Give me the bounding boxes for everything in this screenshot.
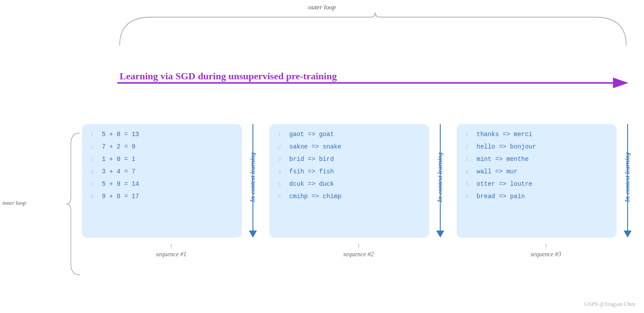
icl-arrowhead (624, 231, 632, 238)
icl-text: In-context learning (437, 124, 444, 231)
seq-val: 7 + 2 = 9 (102, 144, 136, 150)
seq-up-arrow: ↑ (170, 242, 173, 250)
seq-entry: 3brid => bird (278, 156, 420, 162)
seq-idx: 5 (91, 181, 97, 187)
seq-val: bread => pain (477, 193, 525, 200)
seq-entry: 6cmihp => chimp (278, 193, 420, 200)
in-context-bar-2: In-context learning (433, 124, 448, 238)
seq-entry: 4fsih => fish (278, 168, 420, 175)
seq-val: brid => bird (289, 156, 334, 162)
seq-idx: 6 (466, 194, 472, 199)
sequence-block-2: 1gaot => goat 2sakne => snake 3brid => b… (269, 124, 448, 258)
seq-footer-1: ↑ sequence #1 (156, 242, 186, 258)
seq-val: wall => mur (477, 168, 517, 175)
seq-idx: 6 (91, 194, 97, 199)
seq-entry: 4wall => mur (466, 168, 608, 175)
seq-idx: 3 (91, 156, 97, 162)
icl-arrowhead (249, 231, 257, 238)
sequence-block-1: 15 + 8 = 13 27 + 2 = 9 31 + 0 = 1 43 + 4… (82, 124, 260, 258)
icl-text: In-context learning (249, 124, 256, 231)
seq-idx: 3 (278, 156, 285, 162)
seq-val: dcuk => duck (289, 181, 334, 187)
inner-brace (64, 131, 82, 277)
in-context-bar-1: In-context learning (245, 124, 260, 238)
seq-entry: 5dcuk => duck (278, 181, 420, 187)
seq-entry: 2sakne => snake (278, 144, 420, 150)
sgd-arrow-container: Learning via SGD during unsupervised pre… (115, 69, 631, 91)
sequence-data-box-2: 1gaot => goat 2sakne => snake 3brid => b… (269, 124, 429, 238)
icl-text: In-context learning (624, 124, 631, 231)
seq-idx: 5 (278, 181, 285, 187)
seq-caption-1: sequence #1 (156, 251, 186, 258)
seq-up-arrow: ↑ (357, 242, 361, 250)
sequence-data-box-3: 1thanks => merci 2hello => bonjour 3mint… (457, 124, 617, 238)
sequences-outer: 15 + 8 = 13 27 + 2 = 9 31 + 0 = 1 43 + 4… (82, 124, 635, 258)
seq-idx: 1 (278, 132, 285, 137)
seq-idx: 1 (466, 132, 472, 137)
seq-entry: 1gaot => goat (278, 131, 420, 137)
seq-idx: 5 (466, 181, 472, 187)
diagram-container: outer loop Learning via SGD during unsup… (0, 0, 644, 313)
seq-val: 1 + 0 = 1 (102, 156, 136, 162)
seq-idx: 3 (466, 156, 472, 162)
seq-val: 3 + 4 = 7 (102, 168, 136, 175)
sgd-label: Learning via SGD during unsupervised pre… (120, 70, 337, 82)
seq-entry: 1thanks => merci (466, 131, 608, 137)
icl-arrowhead (436, 231, 444, 238)
seq-val: mint => menthe (477, 156, 529, 162)
seq-entry: 2hello => bonjour (466, 144, 608, 150)
outer-brace (115, 12, 631, 48)
seq-entry: 43 + 4 = 7 (91, 168, 233, 175)
seq-footer-2: ↑ sequence #2 (343, 242, 374, 258)
seq-idx: 1 (91, 132, 97, 137)
seq-idx: 2 (91, 144, 97, 149)
seq-entry: 15 + 8 = 13 (91, 131, 233, 137)
sequence-block-3: 1thanks => merci 2hello => bonjour 3mint… (457, 124, 635, 258)
in-context-bar-3: In-context learning (620, 124, 635, 238)
seq-footer-3: ↑ sequence #3 (531, 242, 561, 258)
seq-val: sakne => snake (289, 144, 341, 150)
watermark: GSPN @Xingyan Chen (585, 301, 635, 308)
seq-entry: 69 + 8 = 17 (91, 193, 233, 200)
seq-val: 9 + 8 = 17 (102, 193, 139, 200)
seq-entry: 5otter => loutre (466, 181, 608, 187)
seq-val: 5 + 8 = 13 (102, 131, 139, 137)
seq-idx: 6 (278, 194, 285, 199)
seq-idx: 2 (466, 144, 472, 149)
seq-caption-2: sequence #2 (343, 251, 374, 258)
seq-idx: 4 (466, 169, 472, 174)
outer-loop-label: outer loop (308, 4, 336, 11)
sequence-data-box-1: 15 + 8 = 13 27 + 2 = 9 31 + 0 = 1 43 + 4… (82, 124, 242, 238)
seq-val: 5 + 9 = 14 (102, 181, 139, 187)
seq-idx: 4 (91, 169, 97, 174)
seq-entry: 55 + 9 = 14 (91, 181, 233, 187)
seq-val: gaot => goat (289, 131, 334, 137)
seq-idx: 4 (278, 169, 285, 174)
seq-val: fsih => fish (289, 168, 334, 175)
seq-up-arrow: ↑ (544, 242, 548, 250)
seq-val: cmihp => chimp (289, 193, 341, 200)
seq-entry: 6bread => pain (466, 193, 608, 200)
seq-caption-3: sequence #3 (531, 251, 561, 258)
inner-loop-label: inner loop (2, 200, 26, 207)
seq-entry: 31 + 0 = 1 (91, 156, 233, 162)
seq-val: hello => bonjour (477, 144, 536, 150)
seq-entry: 3mint => menthe (466, 156, 608, 162)
seq-val: otter => loutre (477, 181, 532, 187)
seq-entry: 27 + 2 = 9 (91, 144, 233, 150)
seq-idx: 2 (278, 144, 285, 149)
seq-val: thanks => merci (477, 131, 532, 137)
